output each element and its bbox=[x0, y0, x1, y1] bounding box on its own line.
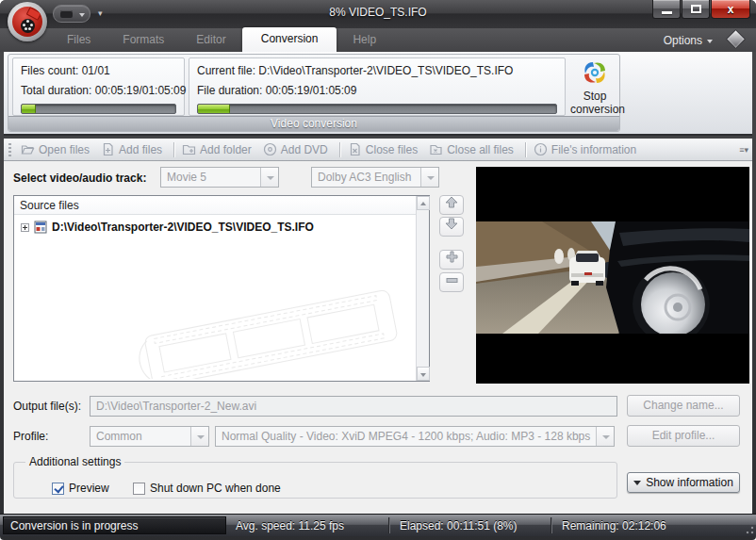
video-preview[interactable] bbox=[476, 167, 749, 384]
add-dvd-button[interactable]: Add DVD bbox=[259, 140, 336, 159]
add-item-button[interactable] bbox=[439, 250, 464, 270]
tab-conversion[interactable]: Conversion bbox=[242, 27, 337, 52]
chevron-down-icon bbox=[596, 427, 614, 446]
add-files-button[interactable]: Add files bbox=[97, 140, 170, 159]
close-all-files-button[interactable]: Close all files bbox=[425, 140, 521, 159]
tab-files[interactable]: Files bbox=[51, 28, 107, 52]
shutdown-checkbox[interactable] bbox=[133, 483, 145, 495]
arrow-down-icon bbox=[445, 218, 458, 230]
shutdown-checkbox-row[interactable]: Shut down PC when done bbox=[133, 482, 281, 495]
video-track-select[interactable]: Movie 5 bbox=[160, 167, 279, 188]
stop-conversion-button[interactable]: Stop conversion bbox=[570, 58, 619, 117]
file-information-button[interactable]: File's information bbox=[530, 140, 644, 159]
files-count-text: Files count: 01/01 bbox=[21, 64, 176, 77]
conversion-panel: Files count: 01/01 Total duration: 00:05… bbox=[8, 54, 620, 132]
tab-help[interactable]: Help bbox=[337, 28, 392, 52]
profile-label: Profile: bbox=[13, 430, 48, 443]
current-file-text: Current file: D:\Video\Transporter-2\VID… bbox=[197, 64, 557, 77]
minus-icon bbox=[446, 277, 458, 284]
total-progress-bar bbox=[21, 104, 176, 114]
avg-speed-text: Avg. speed: 11.25 fps bbox=[236, 519, 344, 532]
move-up-button[interactable] bbox=[439, 195, 464, 215]
app-window: 8% VIDEO_TS.IFO x ▾ Files Formats Editor… bbox=[0, 0, 756, 540]
audio-track-select[interactable]: Dolby AC3 English bbox=[311, 167, 439, 188]
chevron-down-icon bbox=[420, 168, 438, 187]
filmstrip-watermark bbox=[129, 289, 412, 379]
file-toolbar: Open files Add files Add folder Add DVD … bbox=[4, 139, 752, 161]
shutdown-label: Shut down PC when done bbox=[150, 482, 281, 495]
info-icon bbox=[534, 142, 548, 156]
toolbar-separator bbox=[173, 142, 174, 157]
titlebar[interactable]: 8% VIDEO_TS.IFO x ▾ bbox=[0, 0, 756, 28]
close-file-icon bbox=[348, 142, 362, 156]
video-file-icon bbox=[34, 221, 47, 234]
menu-tab-bar: Files Formats Editor Conversion Help Opt… bbox=[0, 28, 756, 52]
dvd-disc-icon bbox=[263, 142, 277, 156]
total-duration-text: Total duration: 00:05:19/01:05:09 bbox=[21, 84, 176, 97]
close-all-files-icon bbox=[429, 142, 443, 156]
output-file-input[interactable]: D:\Video\Transporter-2_New.avi bbox=[90, 396, 617, 417]
toolbar-overflow-button[interactable]: ≡▾ bbox=[739, 145, 748, 155]
folder-icon bbox=[182, 142, 196, 156]
ribbon: Files count: 01/01 Total duration: 00:05… bbox=[4, 52, 752, 136]
expand-icon[interactable] bbox=[21, 223, 29, 232]
change-name-button[interactable]: Change name... bbox=[627, 395, 740, 417]
add-folder-button[interactable]: Add folder bbox=[178, 140, 259, 159]
close-files-button[interactable]: Close files bbox=[344, 140, 425, 159]
main-content: Select video/audio track: Movie 5 Dolby … bbox=[4, 161, 752, 514]
plus-icon bbox=[446, 251, 458, 263]
overall-progress-group: Files count: 01/01 Total duration: 00:05… bbox=[12, 57, 185, 116]
add-file-icon bbox=[101, 142, 115, 156]
close-button[interactable]: x bbox=[711, 0, 750, 19]
track-select-label: Select video/audio track: bbox=[13, 172, 146, 185]
panel-caption: Video conversion bbox=[8, 116, 619, 131]
triangle-down-icon bbox=[633, 481, 641, 485]
current-file-group: Current file: D:\Video\Transporter-2\VID… bbox=[189, 57, 566, 116]
profile-preset-select[interactable]: Normal Quality - Video: XviD MPEG4 - 120… bbox=[215, 426, 615, 447]
scroll-down-icon[interactable] bbox=[417, 367, 430, 381]
app-menu-button[interactable] bbox=[8, 2, 47, 41]
profile-category-select[interactable]: Common bbox=[90, 426, 209, 447]
file-duration-text: File duration: 00:05:19/01:05:09 bbox=[197, 84, 557, 97]
chevron-down-icon bbox=[707, 40, 713, 43]
app-logo-icon bbox=[12, 7, 42, 37]
remove-item-button[interactable] bbox=[439, 272, 464, 292]
status-bar: Conversion is in progress Avg. speed: 11… bbox=[0, 514, 756, 536]
toolbar-separator bbox=[525, 142, 526, 157]
source-files-header: Source files bbox=[14, 196, 429, 215]
source-file-row[interactable]: D:\Video\Transporter-2\VIDEO_TS\VIDEO_TS… bbox=[14, 221, 314, 234]
scroll-up-icon[interactable] bbox=[417, 196, 430, 210]
stop-conversion-icon bbox=[581, 58, 609, 87]
minimize-button[interactable] bbox=[652, 0, 681, 19]
maximize-button[interactable] bbox=[682, 0, 710, 19]
resize-grip[interactable] bbox=[743, 523, 754, 534]
edit-profile-button[interactable]: Edit profile... bbox=[627, 425, 740, 447]
help-diamond-icon[interactable] bbox=[726, 29, 746, 49]
arrow-up-icon bbox=[445, 196, 458, 208]
tab-editor[interactable]: Editor bbox=[180, 28, 241, 52]
statusbar-divider bbox=[551, 517, 551, 533]
options-menu[interactable]: Options bbox=[664, 34, 713, 47]
toolbar-grip-handle[interactable] bbox=[8, 143, 11, 156]
output-files-label: Output file(s): bbox=[13, 400, 81, 413]
open-folder-icon bbox=[21, 142, 35, 156]
chevron-down-icon bbox=[190, 427, 208, 446]
tab-formats[interactable]: Formats bbox=[107, 28, 180, 52]
toolbar-separator bbox=[339, 142, 340, 157]
quick-access-button[interactable] bbox=[53, 5, 90, 23]
additional-settings-legend: Additional settings bbox=[25, 455, 124, 468]
preview-checkbox-row[interactable]: Preview bbox=[52, 482, 109, 495]
preview-checkbox[interactable] bbox=[52, 483, 64, 495]
open-files-button[interactable]: Open files bbox=[17, 140, 97, 159]
options-label: Options bbox=[664, 34, 702, 47]
quick-access-customize-icon[interactable]: ▾ bbox=[98, 8, 107, 18]
list-scrollbar[interactable] bbox=[416, 196, 429, 381]
remaining-text: Remaining: 02:12:06 bbox=[562, 519, 666, 532]
source-files-list[interactable]: Source files bbox=[13, 195, 430, 382]
show-information-button[interactable]: Show information bbox=[627, 472, 740, 493]
move-down-button[interactable] bbox=[439, 217, 464, 237]
source-file-path: D:\Video\Transporter-2\VIDEO_TS\VIDEO_TS… bbox=[52, 221, 314, 234]
quick-access-icon bbox=[60, 10, 73, 18]
statusbar-divider bbox=[388, 517, 389, 533]
preview-label: Preview bbox=[69, 482, 109, 495]
